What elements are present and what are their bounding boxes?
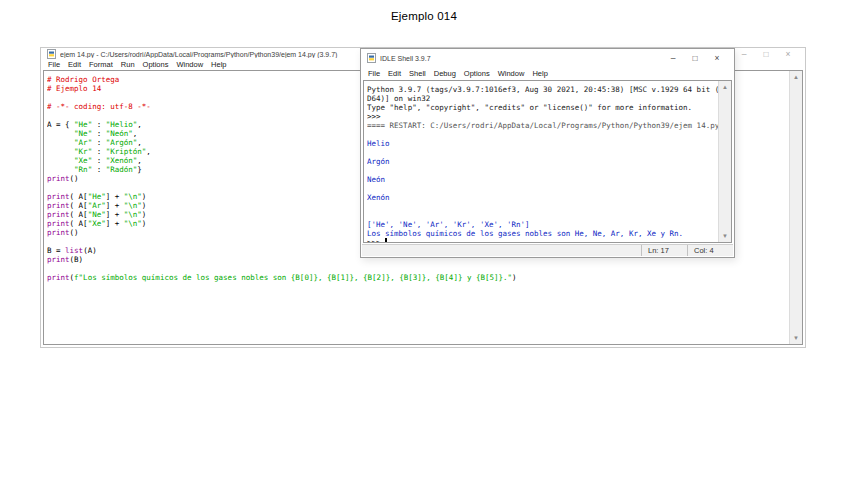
shell-window-title: IDLE Shell 3.9.7 <box>380 55 658 62</box>
editor-window-controls: – □ × <box>733 49 799 59</box>
text-line <box>367 130 718 139</box>
shell-text-area[interactable]: Python 3.9.7 (tags/v3.9.7:1016ef3, Aug 3… <box>363 80 732 243</box>
menu-item-file[interactable]: File <box>364 69 384 78</box>
shell-statusbar: Ln: 17 Col: 4 <box>362 244 733 256</box>
menu-item-edit[interactable]: Edit <box>64 60 85 69</box>
status-line-indicator: Ln: 17 <box>641 245 687 256</box>
menu-item-file[interactable]: File <box>44 60 64 69</box>
scroll-up-icon[interactable]: ▲ <box>719 82 731 92</box>
scroll-down-icon[interactable]: ▼ <box>719 231 731 241</box>
text-cursor <box>385 238 387 243</box>
desktop: Ejemplo 014 ejem 14.py - C:/Users/rodri/… <box>0 0 848 477</box>
shell-scrollbar[interactable]: ▲ ▼ <box>718 81 731 242</box>
minimize-icon[interactable]: – <box>662 53 684 63</box>
shell-output[interactable]: Python 3.9.7 (tags/v3.9.7:1016ef3, Aug 3… <box>364 81 718 242</box>
close-icon[interactable]: × <box>706 53 728 63</box>
menu-item-debug[interactable]: Debug <box>430 69 460 78</box>
text-line: Los símbolos químicos de los gases noble… <box>367 229 718 238</box>
page-title: Ejemplo 014 <box>0 10 848 22</box>
text-line <box>367 166 718 175</box>
text-line: >>> <box>367 112 718 121</box>
idle-file-icon <box>47 49 56 59</box>
scroll-down-icon[interactable]: ▼ <box>790 333 802 343</box>
text-line: Xenón <box>367 193 718 202</box>
menu-item-options[interactable]: Options <box>460 69 494 78</box>
text-line: Helio <box>367 139 718 148</box>
text-line: print(f"Los símbolos químicos de los gas… <box>47 273 789 282</box>
menu-item-options[interactable]: Options <box>139 60 173 69</box>
text-line <box>367 184 718 193</box>
menu-item-shell[interactable]: Shell <box>405 69 430 78</box>
menu-item-help[interactable]: Help <box>207 60 230 69</box>
text-line: ==== RESTART: C:/Users/rodri/AppData/Loc… <box>367 121 718 130</box>
text-line: Type "help", "copyright", "credits" or "… <box>367 103 718 112</box>
text-line <box>367 211 718 220</box>
shell-titlebar[interactable]: IDLE Shell 3.9.7 – □ × <box>361 49 734 67</box>
status-col-indicator: Col: 4 <box>687 245 733 256</box>
shell-window-controls: – □ × <box>662 53 728 63</box>
maximize-icon[interactable]: □ <box>755 49 777 59</box>
scroll-up-icon[interactable]: ▲ <box>790 72 802 82</box>
shell-menubar: FileEditShellDebugOptionsWindowHelp <box>361 67 734 79</box>
menu-item-window[interactable]: Window <box>172 60 207 69</box>
text-line: Neón <box>367 175 718 184</box>
text-line: ['He', 'Ne', 'Ar', 'Kr', 'Xe', 'Rn'] <box>367 220 718 229</box>
text-line <box>367 148 718 157</box>
maximize-icon[interactable]: □ <box>684 53 706 63</box>
close-icon[interactable]: × <box>777 49 799 59</box>
text-line: D64)] on win32 <box>367 94 718 103</box>
minimize-icon[interactable]: – <box>733 49 755 59</box>
text-line: >>> <box>367 238 718 243</box>
menu-item-format[interactable]: Format <box>85 60 117 69</box>
text-line <box>47 264 789 273</box>
text-line: Argón <box>367 157 718 166</box>
menu-item-window[interactable]: Window <box>494 69 529 78</box>
menu-item-help[interactable]: Help <box>528 69 551 78</box>
text-line <box>367 202 718 211</box>
idle-shell-icon <box>367 53 376 63</box>
shell-window: IDLE Shell 3.9.7 – □ × FileEditShellDebu… <box>360 48 735 258</box>
menu-item-run[interactable]: Run <box>117 60 139 69</box>
text-line: Python 3.9.7 (tags/v3.9.7:1016ef3, Aug 3… <box>367 85 718 94</box>
editor-scrollbar[interactable]: ▲ ▼ <box>789 71 802 344</box>
menu-item-edit[interactable]: Edit <box>384 69 405 78</box>
